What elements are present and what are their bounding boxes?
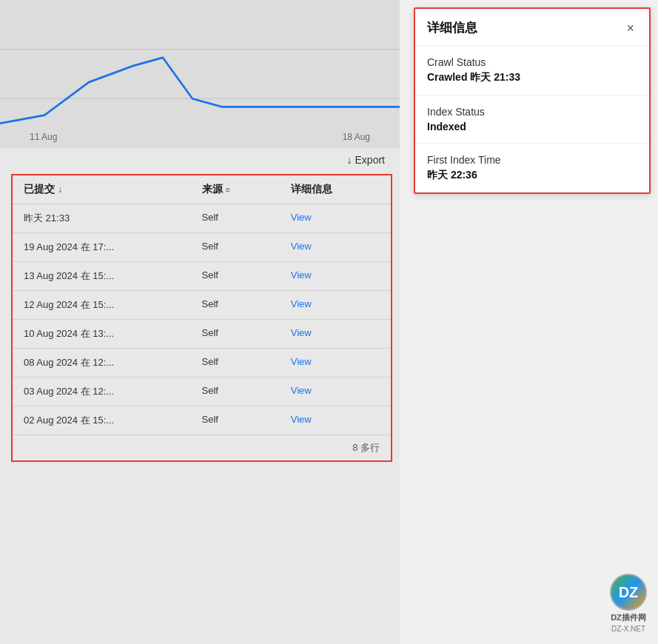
cell-submitted: 10 Aug 2024 在 13:...	[24, 327, 202, 341]
cell-view-link[interactable]: View	[291, 414, 380, 427]
detail-section-2: First Index Time 昨天 22:36	[415, 144, 649, 192]
cell-submitted: 昨天 21:33	[24, 212, 202, 225]
table-footer: 8 多行	[13, 435, 391, 460]
filter-icon: ≡	[226, 185, 230, 194]
cell-submitted: 02 Aug 2024 在 15:...	[24, 414, 202, 427]
detail-value: 昨天 22:36	[427, 169, 637, 182]
table-row: 03 Aug 2024 在 12:... Self View	[13, 378, 391, 406]
cell-source: Self	[202, 414, 291, 427]
cell-submitted: 13 Aug 2024 在 15:...	[24, 269, 202, 283]
watermark-subtext: DZ-X.NET	[611, 625, 645, 633]
watermark-logo: DZ	[610, 574, 647, 611]
download-icon: ↓	[347, 154, 352, 166]
table-row: 19 Aug 2024 在 17:... Self View	[13, 233, 391, 262]
detail-value: Crawled 昨天 21:33	[427, 71, 637, 84]
cell-source: Self	[202, 298, 291, 312]
cell-view-link[interactable]: View	[291, 241, 380, 254]
table-row: 12 Aug 2024 在 15:... Self View	[13, 291, 391, 320]
cell-source: Self	[202, 385, 291, 398]
cell-view-link[interactable]: View	[291, 385, 380, 398]
cell-source: Self	[202, 241, 291, 254]
cell-source: Self	[202, 212, 291, 225]
cell-submitted: 12 Aug 2024 在 15:...	[24, 298, 202, 312]
col-submitted: 已提交 ↓	[24, 183, 202, 196]
detail-panel-header: 详细信息 ×	[415, 9, 649, 46]
cell-source: Self	[202, 269, 291, 283]
chart-area: 11 Aug 18 Aug	[0, 0, 400, 148]
table-row: 02 Aug 2024 在 15:... Self View	[13, 406, 391, 435]
detail-panel: 详细信息 × Crawl Status Crawled 昨天 21:33 Ind…	[414, 7, 651, 194]
export-button[interactable]: ↓ Export	[347, 154, 385, 166]
chart-labels: 11 Aug 18 Aug	[0, 132, 400, 142]
export-label: Export	[355, 154, 385, 166]
table-row: 13 Aug 2024 在 15:... Self View	[13, 262, 391, 291]
detail-section-0: Crawl Status Crawled 昨天 21:33	[415, 46, 649, 95]
cell-submitted: 19 Aug 2024 在 17:...	[24, 241, 202, 254]
chart-label-aug11: 11 Aug	[30, 132, 57, 142]
detail-section-1: Index Status Indexed	[415, 95, 649, 144]
detail-label: Crawl Status	[427, 56, 637, 68]
cell-source: Self	[202, 327, 291, 341]
table-body: 昨天 21:33 Self View 19 Aug 2024 在 17:... …	[13, 204, 391, 435]
detail-panel-title: 详细信息	[427, 19, 477, 36]
main-area: 11 Aug 18 Aug ↓ Export 已提交 ↓ 来源 ≡ 详细信息	[0, 0, 400, 644]
col-source: 来源 ≡	[202, 183, 291, 196]
watermark: DZ DZ插件网 DZ-X.NET	[610, 574, 647, 633]
cell-view-link[interactable]: View	[291, 356, 380, 369]
export-bar: ↓ Export	[0, 148, 400, 172]
watermark-text: DZ插件网	[611, 612, 646, 623]
cell-source: Self	[202, 356, 291, 369]
cell-submitted: 03 Aug 2024 在 12:...	[24, 385, 202, 398]
table-row: 10 Aug 2024 在 13:... Self View	[13, 320, 391, 349]
detail-label: First Index Time	[427, 154, 637, 166]
detail-value: Indexed	[427, 121, 637, 133]
table-row: 昨天 21:33 Self View	[13, 204, 391, 233]
cell-submitted: 08 Aug 2024 在 12:...	[24, 356, 202, 369]
detail-label: Index Status	[427, 106, 637, 118]
cell-view-link[interactable]: View	[291, 327, 380, 341]
cell-view-link[interactable]: View	[291, 269, 380, 283]
detail-sections: Crawl Status Crawled 昨天 21:33 Index Stat…	[415, 46, 649, 192]
close-button[interactable]: ×	[623, 20, 637, 36]
table-wrapper: 已提交 ↓ 来源 ≡ 详细信息 昨天 21:33 Self View 19 Au…	[11, 174, 392, 462]
col-details: 详细信息	[291, 183, 380, 196]
chart-label-aug18: 18 Aug	[343, 132, 370, 142]
table-header: 已提交 ↓ 来源 ≡ 详细信息	[13, 175, 391, 204]
table-row: 08 Aug 2024 在 12:... Self View	[13, 349, 391, 378]
cell-view-link[interactable]: View	[291, 212, 380, 225]
sort-icon: ↓	[58, 184, 62, 195]
svg-rect-0	[0, 0, 400, 148]
cell-view-link[interactable]: View	[291, 298, 380, 312]
